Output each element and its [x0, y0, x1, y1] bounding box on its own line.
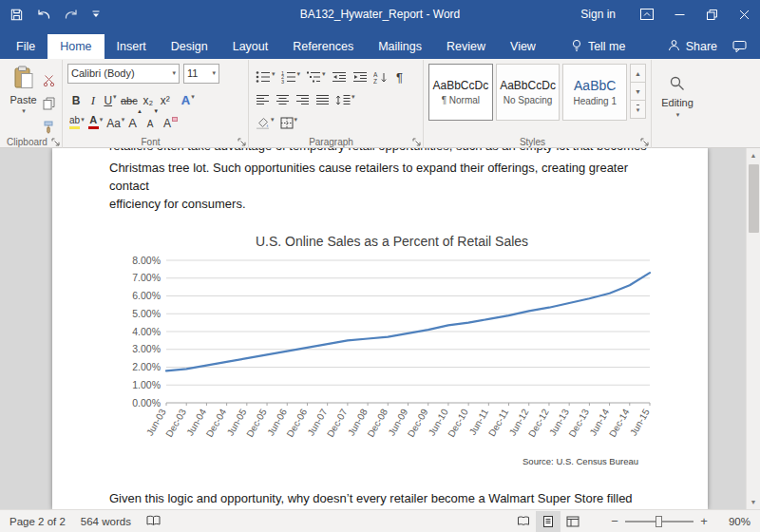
scroll-up-icon[interactable]: ▲ — [747, 148, 760, 162]
redo-icon[interactable] — [64, 8, 79, 21]
font-family-select[interactable]: Calibri (Body) ▾ — [67, 64, 180, 84]
change-case-button[interactable]: Aa▾ — [104, 108, 126, 129]
word-count[interactable]: 564 words — [81, 516, 131, 527]
svg-text:7.00%: 7.00% — [132, 272, 161, 283]
save-icon[interactable] — [10, 8, 24, 22]
shading-icon[interactable]: ▾ — [254, 108, 276, 129]
tab-design[interactable]: Design — [159, 34, 220, 59]
shrink-font-button[interactable]: A▼ — [144, 108, 162, 129]
paragraph-text-2[interactable]: Given this logic and opportunity, why do… — [52, 489, 708, 509]
line-spacing-icon[interactable]: ▾ — [333, 86, 357, 106]
clipped-text-line[interactable]: retailers often take advantage of tempor… — [52, 148, 708, 154]
copy-icon[interactable] — [40, 89, 57, 110]
paragraph-dialog-launcher-icon[interactable] — [411, 137, 421, 146]
tab-mailings[interactable]: Mailings — [366, 34, 434, 59]
svg-text:Dec-08: Dec-08 — [365, 407, 390, 439]
dropdown-arrow-icon: ▾ — [212, 69, 216, 77]
tab-references[interactable]: References — [280, 34, 366, 59]
styles-dialog-launcher-icon[interactable] — [639, 137, 649, 146]
sales-line-chart[interactable]: 0.00%1.00%2.00%3.00%4.00%5.00%6.00%7.00%… — [119, 253, 665, 454]
align-center-icon[interactable] — [274, 86, 292, 106]
style-no-spacing[interactable]: AaBbCcDc No Spacing — [496, 64, 560, 121]
svg-text:6.00%: 6.00% — [132, 290, 161, 301]
superscript-button[interactable]: x² — [157, 86, 174, 106]
font-color-button[interactable]: A ▾ — [86, 108, 105, 129]
zoom-slider[interactable] — [625, 515, 694, 528]
restore-button[interactable] — [695, 0, 728, 28]
clear-formatting-button[interactable]: A — [162, 108, 180, 129]
align-right-icon[interactable] — [294, 86, 312, 106]
justify-icon[interactable] — [314, 86, 332, 106]
underline-button[interactable]: U▾ — [102, 86, 119, 106]
vertical-scrollbar[interactable]: ▲ ▼ — [746, 148, 760, 509]
multilevel-list-icon[interactable]: ▾ — [304, 63, 328, 84]
zoom-level[interactable]: 90% — [718, 516, 750, 527]
sort-icon[interactable]: AZ — [371, 63, 390, 84]
paragraph-text[interactable]: Christmas tree lot. Such opportunities c… — [52, 159, 708, 213]
document-area: retailers often take advantage of tempor… — [0, 148, 760, 509]
eraser-icon — [172, 117, 178, 122]
print-layout-icon[interactable] — [536, 511, 560, 532]
zoom-in-button[interactable]: + — [695, 511, 712, 532]
text-effects-button[interactable]: A▾ — [180, 86, 197, 106]
styles-more-icon[interactable]: ▾ — [630, 100, 646, 119]
numbering-icon[interactable]: 123 ▾ — [279, 63, 303, 84]
borders-icon[interactable]: ▾ — [278, 108, 300, 129]
bold-button[interactable]: B — [67, 86, 85, 106]
customize-qat-icon[interactable] — [91, 10, 101, 19]
tab-home[interactable]: Home — [48, 34, 104, 59]
dropdown-arrow-icon: ▾ — [272, 70, 276, 77]
zoom-out-button[interactable]: − — [606, 511, 623, 532]
dropdown-arrow-icon: ▾ — [113, 93, 117, 100]
decrease-indent-icon[interactable] — [330, 63, 349, 84]
italic-button[interactable]: I — [85, 86, 102, 106]
editing-button[interactable]: Editing ▾ — [656, 62, 698, 132]
highlight-color-button[interactable]: ab ▾ — [67, 108, 86, 129]
web-layout-icon[interactable] — [560, 511, 585, 532]
page[interactable]: retailers often take advantage of tempor… — [52, 148, 708, 509]
sign-in-link[interactable]: Sign in — [580, 8, 616, 21]
clipboard-dialog-launcher-icon[interactable] — [50, 137, 60, 146]
tell-me-box[interactable]: Tell me — [571, 34, 626, 59]
font-size-select[interactable]: 11 ▾ — [183, 64, 219, 84]
align-left-icon[interactable] — [254, 86, 272, 106]
bullets-icon[interactable]: ▾ — [254, 63, 277, 84]
embedded-chart[interactable]: U.S. Online Sales as a Percent of Retail… — [119, 234, 665, 454]
tab-review[interactable]: Review — [434, 34, 498, 59]
scrollbar-thumb[interactable] — [749, 164, 759, 233]
tab-view[interactable]: View — [498, 34, 548, 59]
comment-icon[interactable] — [717, 34, 760, 59]
cut-icon[interactable] — [40, 66, 57, 86]
styles-scroll-up-icon[interactable]: ▲ — [630, 64, 646, 83]
ribbon-display-options-icon[interactable] — [631, 0, 663, 28]
svg-text:2.00%: 2.00% — [132, 361, 161, 372]
page-indicator[interactable]: Page 2 of 2 — [10, 516, 66, 527]
proofing-icon[interactable] — [146, 515, 161, 528]
style-normal[interactable]: AaBbCcDc ¶ Normal — [428, 64, 493, 121]
strikethrough-button[interactable]: abc — [119, 86, 140, 106]
svg-text:Dec-04: Dec-04 — [204, 407, 229, 439]
share-button[interactable]: Share — [668, 34, 717, 59]
minimize-button[interactable] — [663, 0, 695, 28]
subscript-button[interactable]: x₂ — [140, 86, 157, 106]
zoom-slider-thumb[interactable] — [656, 516, 662, 527]
svg-text:1.00%: 1.00% — [132, 379, 161, 390]
styles-scroll-down-icon[interactable]: ▼ — [630, 82, 646, 101]
clipboard-group-label: Clipboard — [2, 137, 52, 147]
tab-layout[interactable]: Layout — [220, 34, 281, 59]
svg-text:Dec-03: Dec-03 — [163, 407, 188, 439]
tab-insert[interactable]: Insert — [104, 34, 159, 59]
clipboard-group: Paste ▾ Clipboard — [2, 60, 63, 148]
paste-button[interactable]: Paste ▾ — [7, 62, 40, 130]
format-painter-icon[interactable] — [40, 113, 57, 134]
scroll-down-icon[interactable]: ▼ — [747, 495, 760, 509]
read-mode-icon[interactable] — [511, 511, 536, 532]
close-button[interactable] — [728, 0, 760, 28]
undo-icon[interactable] — [36, 8, 51, 21]
style-heading-1[interactable]: AaBbC Heading 1 — [562, 64, 627, 121]
show-hide-pilcrow-button[interactable]: ¶ — [391, 63, 408, 84]
tab-file[interactable]: File — [4, 34, 48, 59]
grow-font-button[interactable]: A▲ — [126, 108, 144, 129]
font-dialog-launcher-icon[interactable] — [237, 137, 246, 146]
increase-indent-icon[interactable] — [351, 63, 370, 84]
